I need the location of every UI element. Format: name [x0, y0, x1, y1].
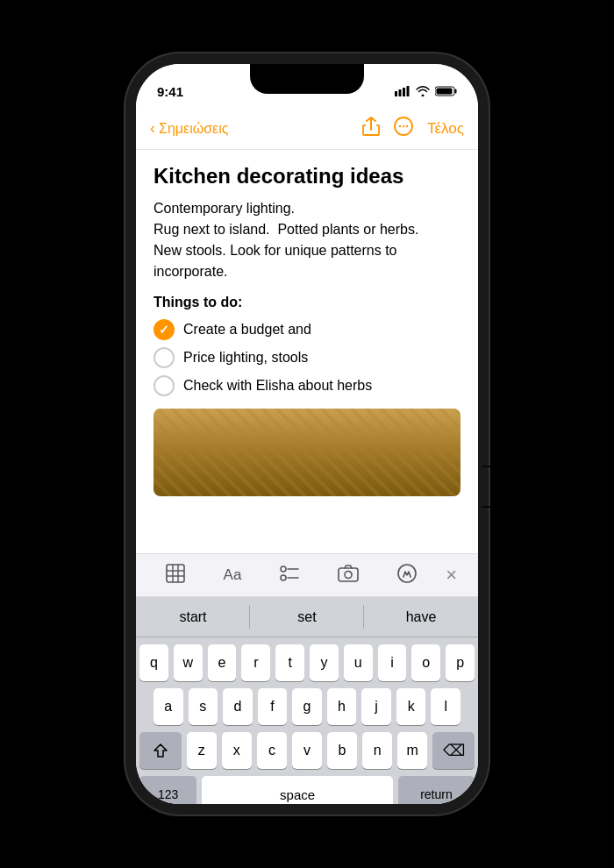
- key-t[interactable]: t: [275, 644, 304, 681]
- key-b[interactable]: b: [327, 732, 357, 769]
- nav-actions: Τέλος: [362, 117, 464, 140]
- key-k[interactable]: k: [396, 688, 426, 725]
- close-icon[interactable]: ×: [446, 564, 457, 587]
- annotation-line2: κείμενο: [500, 487, 565, 500]
- key-d[interactable]: d: [223, 688, 253, 725]
- key-c[interactable]: c: [257, 732, 287, 769]
- svg-rect-2: [403, 88, 405, 96]
- phone-frame: 9:41: [136, 64, 478, 804]
- key-e[interactable]: e: [208, 644, 237, 681]
- nav-bar: ‹ Σημειώσεις: [136, 108, 478, 150]
- svg-rect-11: [167, 565, 184, 582]
- key-z[interactable]: z: [187, 732, 217, 769]
- predictive-word-3[interactable]: have: [364, 597, 478, 637]
- camera-icon[interactable]: [329, 561, 368, 590]
- svg-point-21: [345, 571, 352, 578]
- key-u[interactable]: u: [344, 644, 373, 681]
- checklist-text-1: Create a budget and: [183, 322, 311, 338]
- image-inner: [154, 409, 460, 496]
- notch: [250, 64, 364, 94]
- key-h[interactable]: h: [327, 688, 357, 725]
- back-button[interactable]: ‹ Σημειώσεις: [150, 119, 228, 138]
- predictive-section: start set have: [136, 597, 478, 637]
- note-body: Contemporary lighting.Rug next to island…: [154, 198, 460, 282]
- keyboard-row-4: 123 space return: [139, 776, 475, 804]
- status-bar: 9:41: [136, 64, 478, 108]
- predictive-word-1[interactable]: start: [136, 597, 250, 637]
- key-y[interactable]: y: [310, 644, 339, 681]
- annotation-bracket: [481, 465, 495, 509]
- markup-icon[interactable]: [389, 560, 425, 591]
- svg-rect-0: [395, 91, 397, 96]
- svg-rect-20: [339, 568, 358, 581]
- key-g[interactable]: g: [292, 688, 322, 725]
- back-label: Σημειώσεις: [159, 121, 228, 137]
- key-a[interactable]: a: [154, 688, 183, 725]
- checklist: Create a budget and Price lighting, stoo…: [154, 319, 460, 396]
- key-n[interactable]: n: [362, 732, 392, 769]
- checkbox-3[interactable]: [154, 375, 175, 396]
- checklist-text-3: Check with Elisha about herbs: [183, 378, 372, 394]
- checklist-text-2: Price lighting, stools: [183, 350, 308, 366]
- svg-rect-6: [437, 89, 453, 95]
- share-button[interactable]: [362, 117, 380, 140]
- back-chevron-icon: ‹: [150, 119, 155, 138]
- svg-rect-1: [399, 89, 402, 96]
- key-l[interactable]: l: [431, 688, 460, 725]
- image-preview: [154, 409, 460, 496]
- key-m[interactable]: m: [397, 732, 427, 769]
- key-j[interactable]: j: [361, 688, 391, 725]
- key-v[interactable]: v: [292, 732, 322, 769]
- checkbox-2[interactable]: [154, 347, 175, 368]
- annotation-line1: Προβλεπτικό: [500, 473, 565, 487]
- keyboard-row-3: z x c v b n m ⌫: [139, 732, 475, 769]
- key-w[interactable]: w: [174, 644, 203, 681]
- key-f[interactable]: f: [258, 688, 288, 725]
- predictive-bar: start set have: [136, 597, 478, 637]
- more-button[interactable]: [394, 117, 413, 140]
- space-key[interactable]: space: [202, 776, 393, 804]
- status-time: 9:41: [157, 84, 183, 99]
- key-r[interactable]: r: [241, 644, 270, 681]
- keyboard-row-2: a s d f g h j k l: [139, 688, 475, 725]
- battery-icon: [435, 86, 457, 96]
- svg-point-22: [398, 565, 416, 582]
- svg-point-16: [281, 566, 286, 572]
- key-i[interactable]: i: [378, 644, 407, 681]
- delete-key[interactable]: ⌫: [432, 732, 475, 769]
- note-title: Kitchen decorating ideas: [154, 164, 460, 189]
- keyboard: q w e r t y u i o p a s d f g h j k: [136, 637, 478, 804]
- checkbox-1[interactable]: [154, 319, 175, 340]
- table-icon[interactable]: [157, 560, 194, 591]
- list-icon[interactable]: [271, 560, 308, 591]
- signal-icon: [395, 86, 411, 96]
- checklist-item: Create a budget and: [154, 319, 460, 340]
- num-key[interactable]: 123: [139, 776, 196, 804]
- key-s[interactable]: s: [189, 688, 218, 725]
- format-icon[interactable]: Aa: [215, 563, 251, 587]
- note-content: Kitchen decorating ideas Contemporary li…: [136, 150, 478, 553]
- svg-point-10: [406, 125, 408, 127]
- key-o[interactable]: o: [411, 644, 440, 681]
- wifi-icon: [416, 86, 430, 96]
- shift-key[interactable]: [139, 732, 182, 769]
- checklist-item-3: Check with Elisha about herbs: [154, 375, 460, 396]
- svg-point-18: [281, 575, 286, 580]
- svg-point-8: [399, 125, 401, 127]
- predictive-word-2[interactable]: set: [250, 597, 364, 637]
- done-button[interactable]: Τέλος: [427, 120, 464, 138]
- key-q[interactable]: q: [139, 644, 168, 681]
- return-key[interactable]: return: [398, 776, 475, 804]
- key-x[interactable]: x: [222, 732, 252, 769]
- toolbar: Aa: [136, 553, 478, 597]
- keyboard-row-1: q w e r t y u i o p: [139, 644, 475, 681]
- svg-point-9: [403, 125, 404, 127]
- key-p[interactable]: p: [446, 644, 475, 681]
- status-icons: [395, 86, 457, 96]
- svg-rect-3: [407, 86, 410, 96]
- svg-rect-5: [455, 89, 457, 94]
- checklist-item-2: Price lighting, stools: [154, 347, 460, 368]
- section-label: Things to do:: [154, 295, 460, 310]
